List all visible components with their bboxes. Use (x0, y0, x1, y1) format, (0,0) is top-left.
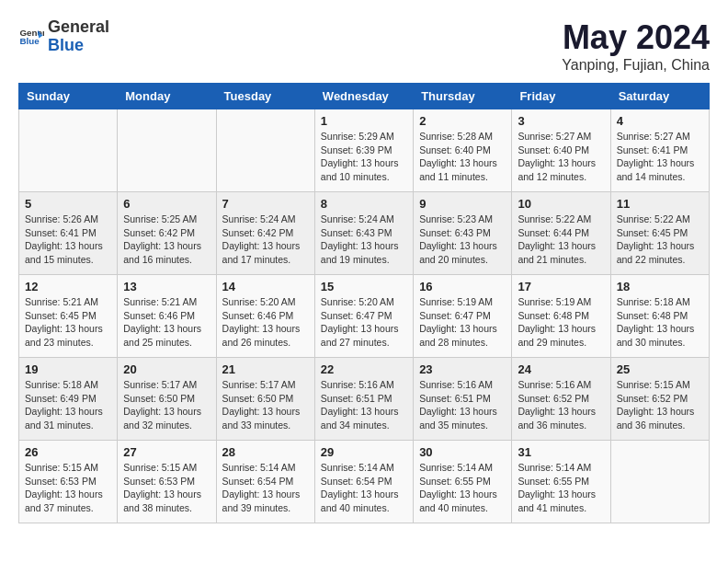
day-info: Sunrise: 5:26 AMSunset: 6:41 PMDaylight:… (25, 213, 111, 267)
calendar-cell: 12Sunrise: 5:21 AMSunset: 6:45 PMDayligh… (19, 275, 118, 358)
day-number: 4 (617, 114, 703, 128)
day-info: Sunrise: 5:14 AMSunset: 6:54 PMDaylight:… (222, 461, 309, 515)
day-number: 21 (222, 362, 309, 376)
day-number: 1 (321, 114, 407, 128)
calendar-cell (118, 109, 216, 192)
calendar-cell: 27Sunrise: 5:15 AMSunset: 6:53 PMDayligh… (118, 441, 216, 523)
day-number: 3 (518, 114, 604, 128)
calendar-cell: 6Sunrise: 5:25 AMSunset: 6:42 PMDaylight… (118, 192, 216, 275)
calendar-cell: 14Sunrise: 5:20 AMSunset: 6:46 PMDayligh… (216, 275, 314, 358)
day-number: 26 (25, 445, 111, 459)
week-row-3: 12Sunrise: 5:21 AMSunset: 6:45 PMDayligh… (19, 275, 710, 358)
day-info: Sunrise: 5:25 AMSunset: 6:42 PMDaylight:… (123, 213, 210, 267)
calendar-cell: 15Sunrise: 5:20 AMSunset: 6:47 PMDayligh… (314, 275, 413, 358)
day-info: Sunrise: 5:21 AMSunset: 6:46 PMDaylight:… (123, 295, 210, 350)
header-day-monday: Monday (118, 84, 216, 109)
calendar-cell: 31Sunrise: 5:14 AMSunset: 6:55 PMDayligh… (512, 441, 610, 523)
day-info: Sunrise: 5:24 AMSunset: 6:42 PMDaylight:… (222, 213, 309, 267)
calendar-table: SundayMondayTuesdayWednesdayThursdayFrid… (18, 83, 710, 523)
header-day-sunday: Sunday (19, 84, 118, 109)
day-number: 2 (419, 114, 506, 128)
header-day-tuesday: Tuesday (216, 84, 314, 109)
calendar-cell: 28Sunrise: 5:14 AMSunset: 6:54 PMDayligh… (216, 441, 314, 523)
calendar-cell: 1Sunrise: 5:29 AMSunset: 6:39 PMDaylight… (314, 109, 413, 192)
header-row: SundayMondayTuesdayWednesdayThursdayFrid… (19, 84, 710, 109)
day-info: Sunrise: 5:14 AMSunset: 6:55 PMDaylight:… (419, 461, 506, 515)
day-number: 23 (419, 362, 506, 376)
calendar-cell: 19Sunrise: 5:18 AMSunset: 6:49 PMDayligh… (19, 358, 118, 441)
day-info: Sunrise: 5:17 AMSunset: 6:50 PMDaylight:… (123, 378, 210, 432)
day-info: Sunrise: 5:22 AMSunset: 6:44 PMDaylight:… (518, 213, 604, 267)
calendar-cell: 16Sunrise: 5:19 AMSunset: 6:47 PMDayligh… (414, 275, 512, 358)
calendar-cell: 26Sunrise: 5:15 AMSunset: 6:53 PMDayligh… (19, 441, 118, 523)
day-info: Sunrise: 5:18 AMSunset: 6:49 PMDaylight:… (25, 378, 111, 432)
calendar-cell: 9Sunrise: 5:23 AMSunset: 6:43 PMDaylight… (414, 192, 512, 275)
day-info: Sunrise: 5:20 AMSunset: 6:47 PMDaylight:… (321, 295, 407, 350)
calendar-cell (610, 441, 709, 523)
week-row-5: 26Sunrise: 5:15 AMSunset: 6:53 PMDayligh… (19, 441, 710, 523)
logo-blue: Blue (48, 37, 109, 55)
calendar-cell: 21Sunrise: 5:17 AMSunset: 6:50 PMDayligh… (216, 358, 314, 441)
day-info: Sunrise: 5:19 AMSunset: 6:47 PMDaylight:… (419, 295, 506, 350)
title-section: May 2024 Yanping, Fujian, China (562, 18, 710, 74)
calendar-title: May 2024 (562, 18, 710, 57)
calendar-cell: 20Sunrise: 5:17 AMSunset: 6:50 PMDayligh… (118, 358, 216, 441)
day-info: Sunrise: 5:16 AMSunset: 6:51 PMDaylight:… (419, 378, 506, 432)
day-info: Sunrise: 5:15 AMSunset: 6:53 PMDaylight:… (123, 461, 210, 515)
calendar-cell: 17Sunrise: 5:19 AMSunset: 6:48 PMDayligh… (512, 275, 610, 358)
day-info: Sunrise: 5:27 AMSunset: 6:41 PMDaylight:… (617, 130, 703, 184)
calendar-cell: 5Sunrise: 5:26 AMSunset: 6:41 PMDaylight… (19, 192, 118, 275)
day-info: Sunrise: 5:28 AMSunset: 6:40 PMDaylight:… (419, 130, 506, 184)
day-info: Sunrise: 5:16 AMSunset: 6:52 PMDaylight:… (518, 378, 604, 432)
calendar-cell: 23Sunrise: 5:16 AMSunset: 6:51 PMDayligh… (414, 358, 512, 441)
day-number: 17 (518, 280, 604, 293)
calendar-subtitle: Yanping, Fujian, China (562, 57, 710, 74)
calendar-cell: 18Sunrise: 5:18 AMSunset: 6:48 PMDayligh… (610, 275, 709, 358)
calendar-cell: 8Sunrise: 5:24 AMSunset: 6:43 PMDaylight… (314, 192, 413, 275)
day-info: Sunrise: 5:15 AMSunset: 6:53 PMDaylight:… (25, 461, 111, 515)
calendar-cell: 25Sunrise: 5:15 AMSunset: 6:52 PMDayligh… (610, 358, 709, 441)
day-info: Sunrise: 5:18 AMSunset: 6:48 PMDaylight:… (617, 295, 703, 350)
day-number: 30 (419, 445, 506, 459)
day-info: Sunrise: 5:17 AMSunset: 6:50 PMDaylight:… (222, 378, 309, 432)
day-info: Sunrise: 5:14 AMSunset: 6:54 PMDaylight:… (321, 461, 407, 515)
svg-text:Blue: Blue (19, 36, 40, 46)
calendar-cell: 2Sunrise: 5:28 AMSunset: 6:40 PMDaylight… (414, 109, 512, 192)
week-row-2: 5Sunrise: 5:26 AMSunset: 6:41 PMDaylight… (19, 192, 710, 275)
day-number: 29 (321, 445, 407, 459)
day-number: 9 (419, 197, 506, 211)
day-number: 18 (617, 280, 703, 293)
day-info: Sunrise: 5:19 AMSunset: 6:48 PMDaylight:… (518, 295, 604, 350)
calendar-cell: 7Sunrise: 5:24 AMSunset: 6:42 PMDaylight… (216, 192, 314, 275)
calendar-cell: 22Sunrise: 5:16 AMSunset: 6:51 PMDayligh… (314, 358, 413, 441)
day-number: 31 (518, 445, 604, 459)
calendar-cell: 3Sunrise: 5:27 AMSunset: 6:40 PMDaylight… (512, 109, 610, 192)
day-info: Sunrise: 5:21 AMSunset: 6:45 PMDaylight:… (25, 295, 111, 350)
header-day-thursday: Thursday (414, 84, 512, 109)
day-number: 16 (419, 280, 506, 293)
logo-general: General (48, 18, 109, 37)
calendar-cell (19, 109, 118, 192)
header-day-friday: Friday (512, 84, 610, 109)
day-info: Sunrise: 5:23 AMSunset: 6:43 PMDaylight:… (419, 213, 506, 267)
logo-icon: General Blue (18, 24, 44, 50)
day-number: 13 (123, 280, 210, 293)
day-info: Sunrise: 5:22 AMSunset: 6:45 PMDaylight:… (617, 213, 703, 267)
logo: General Blue General Blue (18, 18, 109, 55)
calendar-cell: 29Sunrise: 5:14 AMSunset: 6:54 PMDayligh… (314, 441, 413, 523)
calendar-cell: 11Sunrise: 5:22 AMSunset: 6:45 PMDayligh… (610, 192, 709, 275)
header: General Blue General Blue May 2024 Yanpi… (18, 18, 710, 74)
day-number: 8 (321, 197, 407, 211)
day-info: Sunrise: 5:27 AMSunset: 6:40 PMDaylight:… (518, 130, 604, 184)
calendar-cell (216, 109, 314, 192)
day-info: Sunrise: 5:14 AMSunset: 6:55 PMDaylight:… (518, 461, 604, 515)
header-day-wednesday: Wednesday (314, 84, 413, 109)
day-number: 14 (222, 280, 309, 293)
day-number: 25 (617, 362, 703, 376)
day-number: 5 (25, 197, 111, 211)
day-info: Sunrise: 5:15 AMSunset: 6:52 PMDaylight:… (617, 378, 703, 432)
calendar-cell: 24Sunrise: 5:16 AMSunset: 6:52 PMDayligh… (512, 358, 610, 441)
calendar-cell: 10Sunrise: 5:22 AMSunset: 6:44 PMDayligh… (512, 192, 610, 275)
day-number: 19 (25, 362, 111, 376)
day-info: Sunrise: 5:24 AMSunset: 6:43 PMDaylight:… (321, 213, 407, 267)
